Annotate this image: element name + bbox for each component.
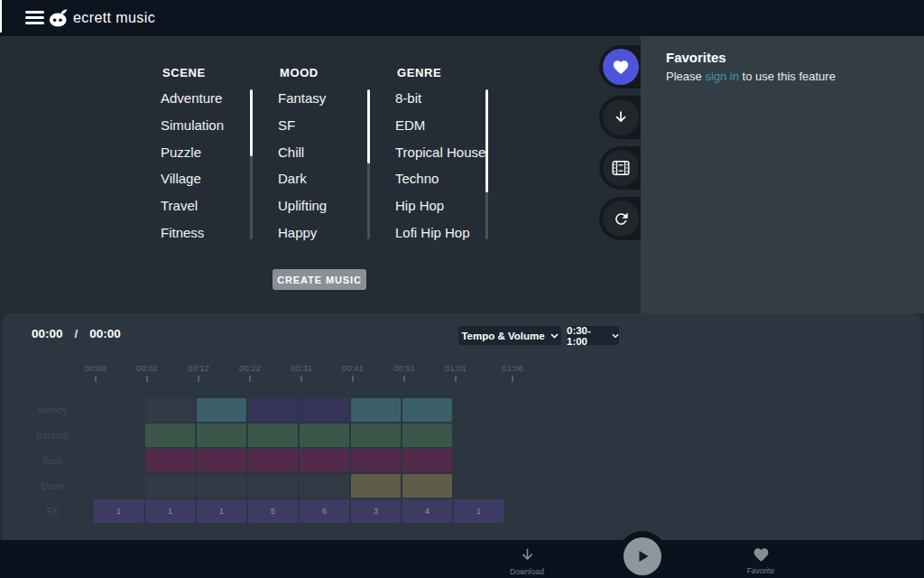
column-scrollbar-thumb[interactable] <box>250 89 253 156</box>
track-cell-backing[interactable] <box>402 424 452 447</box>
bottom-bar: Download Favorite <box>0 540 924 578</box>
track-cell-backing[interactable] <box>351 424 401 447</box>
brand-name: ecrett music <box>73 10 155 26</box>
genre-option-tropical-house[interactable]: Tropical House <box>395 144 485 160</box>
track-cell-melody[interactable] <box>300 398 349 422</box>
track-cell-bass[interactable] <box>145 449 195 472</box>
download-rail-button[interactable] <box>603 99 639 135</box>
mood-option-happy[interactable]: Happy <box>278 225 317 240</box>
mood-option-chill[interactable]: Chill <box>278 144 304 160</box>
time-separator: / <box>75 327 79 340</box>
track-cell-fx[interactable]: 1 <box>145 499 195 523</box>
download-control[interactable]: Download <box>491 546 563 576</box>
tick-mark <box>146 376 148 382</box>
ecrett-logo-icon[interactable] <box>49 8 69 31</box>
track-cell-melody[interactable] <box>351 398 401 422</box>
tick-label: 00:31 <box>282 363 321 373</box>
track-cell-backing[interactable] <box>197 424 246 447</box>
track-cell-drum[interactable] <box>351 474 401 498</box>
player-panel: 00:00 / 00:00 Tempo & Volume 0:30-1:00 0… <box>2 313 922 540</box>
scene-option-simulation[interactable]: Simulation <box>161 117 224 133</box>
track-cell-bass[interactable] <box>351 449 401 472</box>
mood-option-dark[interactable]: Dark <box>278 171 307 186</box>
genre-option-hip-hop[interactable]: Hip Hop <box>395 198 444 213</box>
track-cell-melody[interactable] <box>248 398 298 422</box>
play-icon <box>634 548 651 564</box>
genre-option-lofi-hip-hop[interactable]: Lofi Hip Hop <box>395 225 470 240</box>
play-button[interactable] <box>624 537 661 575</box>
tick-label: 00:22 <box>230 363 270 373</box>
tempo-volume-dropdown[interactable]: Tempo & Volume <box>458 326 561 345</box>
sign-in-message: Please sign in to use this feature <box>666 70 836 83</box>
track-cell-empty <box>145 398 195 422</box>
track-cell-fx[interactable]: 5 <box>248 499 298 523</box>
track-cell-melody[interactable] <box>402 398 452 422</box>
track-cell-fx[interactable]: 1 <box>94 499 143 523</box>
mood-option-uplifting[interactable]: Uplifting <box>278 198 327 213</box>
create-music-button[interactable]: CREATE MUSIC <box>273 269 366 290</box>
column-scrollbar[interactable] <box>250 89 253 239</box>
track-label-drum: Drum <box>20 481 85 491</box>
rail-tab <box>599 146 641 190</box>
track-cell-empty <box>248 474 298 498</box>
tick-label: 00:02 <box>127 363 167 373</box>
rail-tab <box>599 45 641 89</box>
regenerate-rail-button[interactable] <box>603 200 639 237</box>
chevron-down-icon <box>550 333 559 339</box>
track-cell-fx[interactable]: 3 <box>351 499 401 523</box>
tick-mark <box>512 376 513 382</box>
rail-tab <box>599 197 641 240</box>
track-cell-fx[interactable]: 1 <box>197 499 246 523</box>
track-cell-bass[interactable] <box>197 449 246 472</box>
track-cell-melody[interactable] <box>197 398 246 422</box>
track-cell-drum[interactable] <box>402 474 452 498</box>
duration-range-dropdown[interactable]: 0:30-1:00 <box>567 326 619 345</box>
menu-icon[interactable] <box>25 11 44 25</box>
scene-option-fitness[interactable]: Fitness <box>161 225 204 240</box>
heart-icon <box>612 59 630 75</box>
sign-in-link[interactable]: sign in <box>705 70 739 83</box>
track-cell-fx[interactable]: 4 <box>402 499 452 523</box>
column-scrollbar[interactable] <box>367 89 370 239</box>
tick-label: 01:01 <box>436 363 476 373</box>
drawer-edge <box>0 0 2 33</box>
track-cell-backing[interactable] <box>248 424 298 447</box>
download-icon <box>519 546 536 564</box>
elapsed-time: 00:00 <box>32 327 63 340</box>
rail-tab <box>599 96 641 139</box>
track-cell-bass[interactable] <box>248 449 298 472</box>
track-label-backing: Backing <box>20 431 85 441</box>
column-scrollbar-thumb[interactable] <box>485 89 488 192</box>
tick-mark <box>352 376 354 382</box>
ecrett-music-app: ecrett music SCENEAdventureSimulationPuz… <box>0 0 924 578</box>
video-rail-button[interactable] <box>603 150 639 186</box>
refresh-icon <box>613 210 630 228</box>
track-cell-empty <box>197 474 246 498</box>
tick-mark <box>198 376 199 382</box>
scene-option-travel[interactable]: Travel <box>161 198 198 213</box>
tick-label: 00:00 <box>76 363 116 373</box>
genre-option-techno[interactable]: Techno <box>395 171 439 186</box>
favorites-rail-button[interactable] <box>603 49 639 85</box>
scene-option-adventure[interactable]: Adventure <box>161 90 222 106</box>
message-suffix: to use this feature <box>739 70 836 83</box>
tick-label: 00:51 <box>384 363 424 373</box>
track-cell-bass[interactable] <box>402 449 452 472</box>
favorite-control[interactable]: Favorite <box>725 546 797 575</box>
track-cell-bass[interactable] <box>300 449 349 472</box>
column-scrollbar-thumb[interactable] <box>367 89 370 163</box>
top-bar: ecrett music <box>0 0 924 36</box>
column-header-mood: MOOD <box>280 66 319 79</box>
genre-option-8-bit[interactable]: 8-bit <box>395 90 421 106</box>
track-cell-fx[interactable]: 6 <box>300 499 349 523</box>
scene-option-village[interactable]: Village <box>161 171 201 186</box>
track-cell-backing[interactable] <box>145 424 195 447</box>
scene-option-puzzle[interactable]: Puzzle <box>161 144 201 160</box>
column-scrollbar[interactable] <box>485 89 488 239</box>
mood-option-sf[interactable]: SF <box>278 117 295 133</box>
genre-option-edm[interactable]: EDM <box>395 117 425 133</box>
mood-option-fantasy[interactable]: Fantasy <box>278 90 326 106</box>
film-icon <box>612 161 630 175</box>
track-cell-fx[interactable]: 1 <box>454 499 504 523</box>
track-cell-backing[interactable] <box>300 424 349 447</box>
